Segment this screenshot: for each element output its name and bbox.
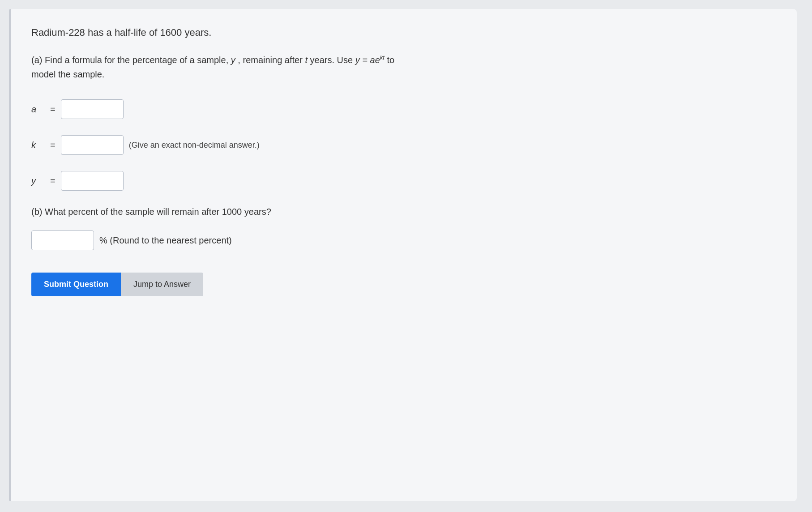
y-label: y [31, 176, 45, 186]
k-label: k [31, 140, 45, 150]
part-a-middle2: years. Use [310, 55, 353, 65]
k-hint: (Give an exact non-decimal answer.) [129, 141, 260, 150]
percent-input[interactable] [31, 230, 94, 250]
part-a-middle: , remaining after [238, 55, 303, 65]
formula-display: y = aekt [355, 55, 387, 65]
var-t-text: t [305, 55, 308, 65]
button-row: Submit Question Jump to Answer [31, 273, 774, 296]
k-input[interactable] [61, 135, 124, 155]
var-y-text: y [231, 55, 235, 65]
a-input-row: a = [31, 99, 774, 119]
main-card: Radium-228 has a half-life of 1600 years… [9, 9, 797, 501]
left-border [9, 9, 11, 501]
part-a-question: (a) Find a formula for the percentage of… [31, 53, 774, 81]
part-a-prefix: (a) Find a formula for the percentage of… [31, 55, 228, 65]
k-equals: = [50, 140, 56, 150]
part-b-question: (b) What percent of the sample will rema… [31, 207, 774, 217]
percent-label: % (Round to the nearest percent) [99, 235, 232, 246]
a-input[interactable] [61, 99, 124, 119]
to-text: to [387, 55, 394, 65]
percent-row: % (Round to the nearest percent) [31, 230, 774, 250]
part-a-suffix: model the sample. [31, 69, 104, 79]
y-equals: = [50, 176, 56, 186]
a-label: a [31, 104, 45, 115]
y-input-row: y = [31, 171, 774, 191]
jump-to-answer-button[interactable]: Jump to Answer [121, 273, 203, 296]
k-input-row: k = (Give an exact non-decimal answer.) [31, 135, 774, 155]
a-equals: = [50, 104, 56, 115]
y-input[interactable] [61, 171, 124, 191]
submit-button[interactable]: Submit Question [31, 273, 121, 296]
problem-title: Radium-228 has a half-life of 1600 years… [31, 27, 774, 38]
